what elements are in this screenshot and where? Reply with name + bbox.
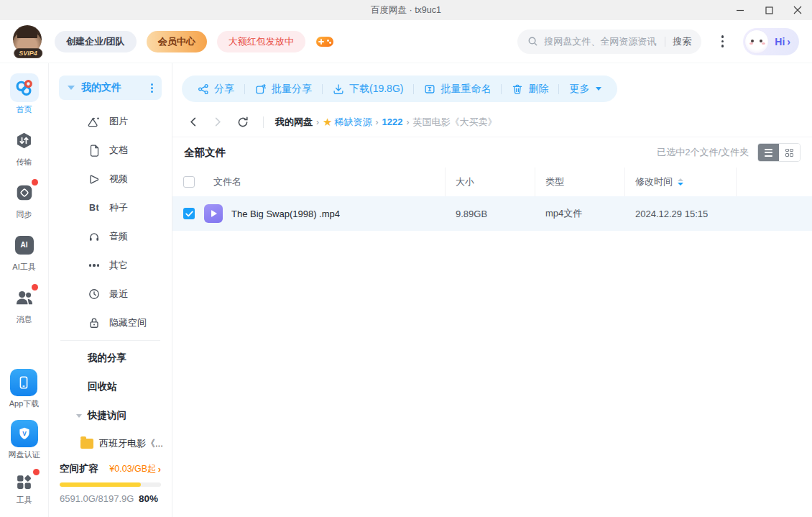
share-button[interactable]: 分享 [198,83,234,96]
sort-icon[interactable] [678,178,683,186]
storage-percent: 80% [139,493,158,504]
storage-progress-bar [60,482,161,487]
folder-icon [80,439,93,449]
storage-price-link[interactable]: ¥0.03/GB起 [109,463,156,475]
sidebar-item-my-files[interactable]: 我的文件 [59,76,162,100]
user-avatar[interactable]: SVIP4 [13,25,43,58]
messages-icon [10,283,39,312]
download-button[interactable]: 下载(19.8G) [333,83,403,96]
minimize-button[interactable] [726,0,755,20]
game-icon[interactable] [315,35,334,49]
image-icon [88,115,101,128]
caret-down-icon[interactable] [68,86,75,90]
column-header-modified[interactable]: 修改时间 [635,175,673,188]
storage-expand-label: 空间扩容 [60,462,109,475]
vip-center-button[interactable]: 会员中心 [147,31,207,52]
rail-item-app-download[interactable]: App下载 [9,369,40,409]
breadcrumb-item-my-drive[interactable]: 我的网盘 [275,116,313,129]
grid-view-button[interactable] [779,144,800,161]
select-all-checkbox[interactable] [183,176,195,188]
video-file-icon [204,204,223,223]
column-header-name[interactable]: 文件名 [213,175,241,188]
close-button[interactable] [783,0,812,20]
red-packet-button[interactable]: 大额红包发放中 [217,31,305,52]
selection-status: 已选中2个文件/文件夹 [657,146,749,159]
file-name[interactable]: The Big Swap(1998) .mp4 [231,209,340,219]
main-area: 首页 传输 同步 [0,63,812,517]
file-tree-sidebar: 我的文件 图片 [49,63,172,517]
row-checkbox-checked[interactable] [183,208,195,219]
sidebar-item-my-shares[interactable]: 我的分享 [49,344,172,372]
batch-share-button[interactable]: 批量分享 [255,83,312,96]
table-row[interactable]: The Big Swap(1998) .mp4 9.89GB mp4文件 202… [172,196,812,231]
rail-item-sync[interactable]: 同步 [10,178,39,220]
back-button[interactable] [188,116,198,127]
share-icon [198,83,209,95]
rail-item-messages[interactable]: 消息 [10,283,39,325]
chevron-down-icon [596,87,601,91]
breadcrumb-item-1222[interactable]: 1222 [382,116,402,127]
my-files-menu-icon[interactable] [151,83,153,93]
overflow-menu-icon[interactable] [713,31,732,52]
chevron-right-icon: › [158,464,161,475]
video-play-icon [88,173,101,186]
ai-tools-icon: AI [10,231,39,260]
breadcrumb: 我的网盘 › ★ 稀缺资源 › 1222 › 英国电影《大买卖》 [275,116,497,129]
sidebar-item-recycle-bin[interactable]: 回收站 [49,372,172,401]
tools-icon [12,471,37,493]
document-icon [88,144,101,157]
sidebar-item-quick-access[interactable]: 快捷访问 [49,401,172,430]
file-list-empty-area [172,231,812,517]
sidebar-item-audio[interactable]: 音频 [49,222,172,251]
verify-shield-icon: V [11,420,38,447]
search-input[interactable] [544,36,662,47]
forward-button[interactable] [213,116,223,127]
transfer-icon [10,126,39,155]
search-box[interactable]: 搜索 [517,29,701,54]
sidebar-item-torrents[interactable]: Bt 种子 [49,193,172,222]
maximize-button[interactable] [755,0,783,20]
batch-rename-icon [424,83,435,95]
rail-item-transfer[interactable]: 传输 [10,126,39,168]
assistant-pill[interactable]: Hi › [743,28,799,55]
sidebar-item-recent[interactable]: 最近 [49,280,172,308]
svg-text:V: V [22,431,27,437]
breadcrumb-item-rare-resources[interactable]: 稀缺资源 [334,116,372,129]
window-title: 百度网盘 · tx9uc1 [0,4,812,17]
rail-item-ai-tools[interactable]: AI AI工具 [10,231,39,273]
star-icon: ★ [323,116,332,129]
files-title: 全部文件 [184,146,657,160]
refresh-button[interactable] [237,116,249,128]
column-header-type[interactable]: 类型 [545,175,564,188]
rail-item-home[interactable]: 首页 [10,73,39,115]
create-team-button[interactable]: 创建企业/团队 [55,31,137,52]
sidebar-item-documents[interactable]: 文档 [49,136,172,165]
caret-down-icon [76,414,82,418]
files-header: 全部文件 已选中2个文件/文件夹 [172,137,812,168]
tools-badge [33,469,40,475]
left-rail: 首页 传输 同步 [0,63,49,517]
titlebar: 百度网盘 · tx9uc1 [0,0,812,20]
sidebar-item-videos[interactable]: 视频 [49,165,172,193]
search-icon [527,36,538,47]
delete-button[interactable]: 删除 [512,83,548,96]
more-button[interactable]: 更多 [569,83,601,96]
rail-item-tools[interactable]: 工具 [12,471,37,505]
batch-rename-button[interactable]: 批量重命名 [424,83,491,96]
sidebar-item-hidden-space[interactable]: 隐藏空间 [49,308,172,337]
search-submit[interactable]: 搜索 [673,35,691,48]
sync-icon [10,178,39,207]
list-view-button[interactable] [758,144,779,161]
svip-badge: SVIP4 [14,48,42,58]
sidebar-divider [60,340,160,341]
sidebar-item-images[interactable]: 图片 [49,107,172,136]
column-header-size[interactable]: 大小 [456,175,474,188]
sidebar-item-others[interactable]: 其它 [49,251,172,280]
chevron-right-icon: › [787,36,790,47]
lock-icon [88,316,101,329]
netdisk-logo-icon [10,73,39,102]
storage-usage: 6591.0G/8197.9G [60,493,134,504]
sync-badge [32,179,38,186]
category-list: 图片 文档 [49,107,172,337]
rail-item-netdisk-verify[interactable]: V 网盘认证 [9,420,40,460]
